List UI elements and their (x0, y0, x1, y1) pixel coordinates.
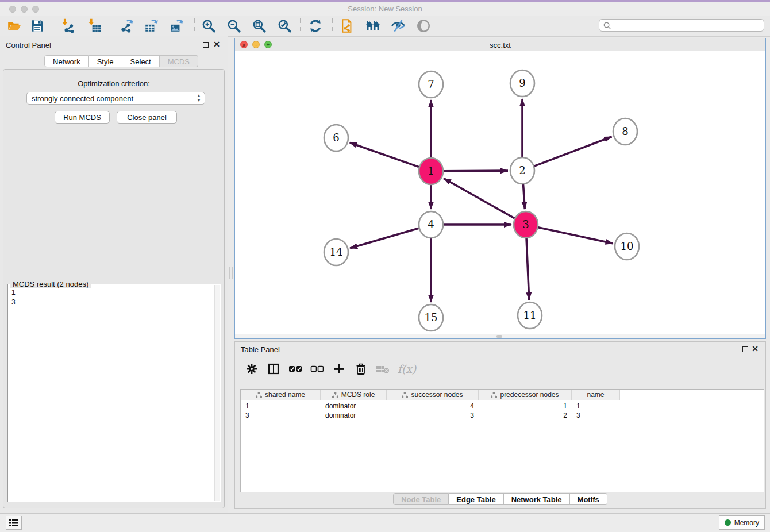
panel-divider-grip[interactable] (229, 265, 233, 280)
gear-button[interactable] (244, 361, 259, 376)
table-row[interactable]: 1dominator411 (241, 402, 620, 411)
tree-icon (491, 392, 497, 398)
graph-edge-4-14[interactable] (350, 228, 419, 248)
mcds-result-scrollbar[interactable] (214, 285, 220, 501)
graph-node-10[interactable]: 10 (615, 233, 639, 260)
column-header[interactable]: MCDS role (321, 390, 387, 400)
network-hscroll-handle[interactable] (496, 335, 502, 338)
export-image-button[interactable] (168, 18, 185, 34)
zoom-out-button[interactable] (225, 18, 242, 34)
search-input[interactable] (614, 21, 764, 30)
tab-edge-table[interactable]: Edge Table (449, 493, 503, 505)
zoom-selected-button[interactable] (276, 18, 293, 34)
table-cell[interactable]: 3 (241, 411, 321, 420)
run-mcds-button[interactable]: Run MCDS (55, 111, 110, 124)
table-panel: Table Panel ✕ (234, 341, 766, 509)
close-panel-icon[interactable]: ✕ (213, 41, 220, 47)
refresh-button[interactable] (307, 18, 324, 34)
tab-network[interactable]: Network (44, 55, 89, 67)
delete-button[interactable] (353, 361, 368, 376)
float-panel-icon[interactable] (203, 42, 209, 48)
export-table-button[interactable] (143, 18, 160, 34)
memory-status-icon (725, 519, 731, 526)
graph-node-2[interactable]: 2 (510, 157, 534, 184)
graph-edge-1-6[interactable] (350, 142, 419, 167)
function-builder-button[interactable]: f(x) (397, 361, 417, 376)
open-file-button[interactable] (6, 18, 23, 34)
table-cell[interactable]: 4 (387, 402, 479, 411)
add-button[interactable] (332, 361, 346, 376)
graph-node-6[interactable]: 6 (324, 125, 348, 151)
tab-select[interactable]: Select (122, 55, 160, 67)
split-pane-button[interactable] (266, 361, 281, 376)
search-field[interactable] (599, 19, 764, 32)
memory-button[interactable]: Memory (719, 515, 765, 530)
table-cell[interactable]: 3 (387, 411, 479, 420)
graph-edge-3-10[interactable] (538, 228, 613, 244)
memory-label: Memory (734, 519, 759, 527)
column-header[interactable]: successor nodes (387, 390, 479, 400)
node-table[interactable]: shared nameMCDS rolesuccessor nodesprede… (240, 389, 764, 492)
graph-node-14[interactable]: 14 (324, 239, 348, 265)
task-history-button[interactable] (6, 516, 22, 530)
tab-network-table[interactable]: Network Table (504, 493, 570, 505)
export-network-button[interactable] (118, 18, 135, 34)
table-cell[interactable]: 1 (479, 402, 572, 411)
graph-node-1[interactable]: 1 (419, 158, 443, 184)
graph-node-7[interactable]: 7 (419, 71, 443, 98)
graph-node-8[interactable]: 8 (613, 118, 637, 145)
table-cell[interactable]: 1 (572, 402, 620, 411)
graph-node-15[interactable]: 15 (419, 304, 443, 331)
close-table-panel-icon[interactable]: ✕ (752, 346, 759, 352)
save-session-button[interactable] (29, 18, 46, 34)
column-header[interactable]: predecessor nodes (479, 390, 572, 400)
close-panel-button[interactable]: Close panel (117, 111, 177, 124)
table-cell[interactable]: 3 (572, 411, 620, 420)
tree-icon (256, 392, 262, 398)
table-row[interactable]: 3dominator323 (241, 411, 620, 420)
select-all-button[interactable] (288, 361, 303, 376)
network-canvas[interactable]: 7968124314101511 (235, 51, 764, 334)
graph-edge-1-2[interactable] (444, 171, 508, 171)
clone-network-button[interactable] (339, 18, 356, 34)
graph-edge-2-8[interactable] (534, 137, 612, 166)
column-header[interactable]: name (572, 390, 620, 400)
network-graph[interactable]: 7968124314101511 (235, 51, 764, 334)
column-header[interactable]: shared name (241, 390, 321, 400)
export-network-icon (119, 18, 134, 33)
graph-node-11[interactable]: 11 (518, 302, 542, 329)
table-cell[interactable]: 1 (241, 402, 321, 411)
import-network-button[interactable] (60, 18, 77, 34)
table-cell[interactable]: dominator (321, 402, 387, 411)
control-panel-title: Control Panel (6, 41, 51, 49)
import-table-button[interactable] (86, 18, 103, 34)
graph-edge-3-11[interactable] (526, 238, 529, 300)
zoom-fit-button[interactable] (251, 18, 268, 34)
float-table-panel-icon[interactable] (742, 346, 748, 352)
mcds-result-text[interactable]: 1 3 (8, 286, 215, 502)
status-bar: Memory (0, 513, 770, 532)
graph-node-9[interactable]: 9 (510, 70, 534, 97)
tab-motifs[interactable]: Motifs (570, 493, 607, 505)
graph-edge-2-3[interactable] (523, 184, 525, 209)
delete-table-button[interactable] (375, 361, 390, 376)
home-button[interactable] (364, 18, 382, 34)
show-all-icon (416, 18, 431, 33)
table-cell[interactable]: 2 (479, 411, 572, 420)
titlebar: Session: New Session (0, 2, 770, 16)
network-hscrollbar[interactable] (235, 334, 765, 338)
show-all-button[interactable] (415, 18, 432, 34)
toolbar-separator (113, 18, 113, 33)
hide-selected-button[interactable] (390, 18, 407, 34)
tab-style[interactable]: Style (89, 55, 122, 67)
graph-edge-3-1[interactable] (444, 178, 514, 218)
zoom-in-button[interactable] (200, 18, 217, 34)
network-window-titlebar[interactable]: x - + scc.txt (235, 38, 765, 51)
tab-mcds[interactable]: MCDS (160, 55, 198, 67)
deselect-all-button[interactable] (310, 361, 325, 376)
table-cell[interactable]: dominator (321, 411, 387, 420)
tab-node-table[interactable]: Node Table (393, 493, 449, 505)
graph-node-4[interactable]: 4 (419, 211, 443, 238)
graph-node-3[interactable]: 3 (514, 211, 538, 238)
optimization-criterion-select[interactable]: strongly connected component ▲▼ (26, 92, 205, 105)
